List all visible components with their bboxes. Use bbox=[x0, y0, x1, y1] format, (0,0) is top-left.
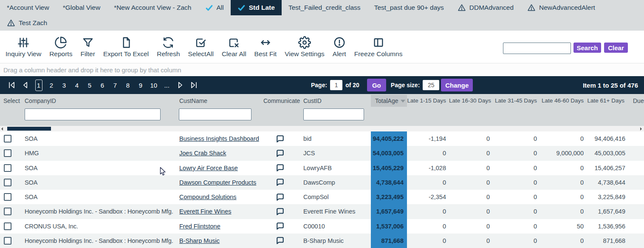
column-header-select[interactable]: Select bbox=[3, 94, 20, 108]
column-header-communicate[interactable]: Communicate bbox=[263, 94, 300, 108]
column-header-late-16-30[interactable]: Late 16-30 Days bbox=[449, 94, 491, 108]
change-button[interactable]: Change bbox=[441, 79, 473, 91]
totalage-cell: 1,657,649 bbox=[371, 204, 407, 219]
group-by-bar[interactable]: Drag a column header and drop it here to… bbox=[0, 63, 644, 76]
tab-all[interactable]: All bbox=[198, 0, 231, 15]
page-number-2[interactable]: 2 bbox=[48, 80, 55, 91]
page-number-5[interactable]: 5 bbox=[86, 80, 93, 91]
tab-new-account-view-zach[interactable]: *New Account View - Zach bbox=[107, 0, 198, 15]
refresh-button[interactable]: Refresh bbox=[157, 36, 180, 58]
tab-std-late[interactable]: Std Late bbox=[231, 0, 282, 15]
toolbar: Inquiry View Reports Filter Export To Ex… bbox=[0, 31, 644, 63]
search-input[interactable] bbox=[503, 43, 571, 54]
late-31-45-cell: 0 bbox=[493, 194, 540, 200]
best-fit-button[interactable]: Best Fit bbox=[254, 36, 277, 58]
page-number-10[interactable]: 10 bbox=[150, 80, 158, 91]
page-number-1[interactable]: 1 bbox=[35, 80, 42, 91]
table-row[interactable]: SOA Dawson Computer Products DawsComp 4,… bbox=[0, 175, 644, 190]
filter-button[interactable]: Filter bbox=[80, 36, 95, 58]
custid-filter-input[interactable] bbox=[303, 108, 364, 120]
row-checkbox[interactable] bbox=[4, 208, 11, 215]
communicate-icon[interactable] bbox=[275, 236, 285, 245]
select-all-button[interactable]: SelectAll bbox=[188, 36, 214, 58]
custname-link[interactable]: B-Sharp Music bbox=[179, 237, 220, 244]
tab-test-past-due-90-days[interactable]: Test_past due 90+ days bbox=[367, 0, 451, 15]
clear-all-button[interactable]: Clear All bbox=[222, 36, 246, 58]
column-header-companyid[interactable]: CompanyID bbox=[25, 94, 56, 108]
page-number-8[interactable]: 8 bbox=[124, 80, 132, 91]
communicate-icon[interactable] bbox=[275, 207, 285, 217]
communicate-icon[interactable] bbox=[275, 134, 285, 144]
export-to-excel-button[interactable]: Export To Excel bbox=[103, 36, 149, 58]
tab-test-failed-credit-class[interactable]: Test_Failed_credit_class bbox=[282, 0, 367, 15]
communicate-icon[interactable] bbox=[275, 163, 285, 173]
view-settings-button[interactable]: View Settings bbox=[285, 36, 325, 58]
next-page-button[interactable] bbox=[175, 80, 186, 91]
tab-test-zach[interactable]: Test Zach bbox=[0, 15, 54, 31]
row-checkbox[interactable] bbox=[4, 237, 11, 245]
page-number-7[interactable]: 7 bbox=[112, 80, 119, 91]
row-checkbox[interactable] bbox=[4, 222, 11, 230]
horizontal-scrollbar[interactable] bbox=[0, 126, 644, 131]
page-number-6[interactable]: 6 bbox=[99, 80, 106, 91]
alert-button[interactable]: Alert bbox=[333, 36, 346, 58]
companyid-filter-input[interactable] bbox=[25, 108, 161, 120]
freeze-columns-button[interactable]: Freeze Columns bbox=[354, 36, 403, 58]
custname-link[interactable]: Compound Solutions bbox=[179, 194, 237, 200]
column-header-late-31-45[interactable]: Late 31-45 Days bbox=[495, 94, 537, 108]
communicate-icon[interactable] bbox=[275, 148, 285, 158]
table-row[interactable]: SOA Business Insights Dashboard bid 94,4… bbox=[0, 131, 644, 146]
row-checkbox[interactable] bbox=[4, 149, 11, 157]
scroll-left-icon[interactable] bbox=[1, 127, 3, 131]
column-header-late-61-plus[interactable]: Late 61+ Days bbox=[588, 94, 624, 108]
row-checkbox[interactable] bbox=[4, 179, 11, 186]
late-61-plus-cell: 1,536,956 bbox=[587, 223, 629, 230]
column-header-late-1-15[interactable]: Late 1-15 Days bbox=[407, 94, 446, 108]
communicate-icon[interactable] bbox=[275, 177, 285, 187]
column-header-custname[interactable]: CustName bbox=[179, 94, 207, 108]
inquiry-view-button[interactable]: Inquiry View bbox=[6, 36, 41, 58]
table-row[interactable]: CRONUS USA, Inc. Fred Flintstone C00010 … bbox=[0, 219, 644, 234]
table-row[interactable]: SOA Lowry Air Force Base LowryAFB 15,405… bbox=[0, 161, 644, 175]
tab-global-view[interactable]: *Global View bbox=[56, 0, 107, 15]
reports-button[interactable]: Reports bbox=[49, 36, 72, 58]
column-header-late-46-60[interactable]: Late 46-60 Days bbox=[542, 94, 584, 108]
scroll-right-icon[interactable] bbox=[640, 127, 642, 131]
page-ellipsis[interactable]: ... bbox=[163, 80, 170, 91]
custid-cell: C00010 bbox=[300, 223, 371, 230]
row-checkbox[interactable] bbox=[4, 135, 11, 143]
custname-link[interactable]: Everett Fine Wines bbox=[179, 208, 232, 215]
column-header-due[interactable]: Due bbox=[633, 94, 644, 108]
page-number-3[interactable]: 3 bbox=[61, 80, 68, 91]
page-number-9[interactable]: 9 bbox=[137, 80, 144, 91]
page-input[interactable] bbox=[330, 80, 342, 90]
communicate-icon[interactable] bbox=[275, 221, 285, 231]
communicate-icon[interactable] bbox=[275, 192, 285, 202]
tab-newadvancedalert[interactable]: NewAdvancedAlert bbox=[520, 0, 602, 15]
custname-link[interactable]: Business Insights Dashboard bbox=[179, 135, 259, 142]
tab-account-view[interactable]: *Account View bbox=[0, 0, 56, 15]
table-row[interactable]: HMG Joes Crab Shack JCS 54,003,005 0 0 0… bbox=[0, 146, 644, 160]
prev-page-button[interactable] bbox=[20, 80, 31, 91]
custname-link[interactable]: Dawson Computer Products bbox=[179, 179, 256, 186]
custname-link[interactable]: Lowry Air Force Base bbox=[179, 165, 238, 171]
column-header-custid[interactable]: CustID bbox=[303, 94, 322, 108]
last-page-button[interactable] bbox=[188, 80, 199, 91]
scrollbar-thumb[interactable] bbox=[7, 127, 51, 131]
first-page-button[interactable] bbox=[6, 80, 17, 91]
go-button[interactable]: Go bbox=[367, 79, 386, 91]
clear-button[interactable]: Clear bbox=[604, 43, 628, 53]
row-checkbox[interactable] bbox=[4, 193, 11, 201]
custname-link[interactable]: Fred Flintstone bbox=[179, 223, 220, 230]
table-row[interactable]: Honeycomb Holdings Inc. - Sandbox : Hone… bbox=[0, 234, 644, 248]
page-size-input[interactable] bbox=[423, 80, 439, 90]
search-button[interactable]: Search bbox=[573, 43, 601, 53]
table-row[interactable]: SOA Compound Solutions CompSol 3,223,495… bbox=[0, 190, 644, 204]
table-row[interactable]: Honeycomb Holdings Inc. - Sandbox : Hone… bbox=[0, 204, 644, 219]
column-header-totalage[interactable]: TotalAge bbox=[371, 95, 407, 107]
page-number-4[interactable]: 4 bbox=[73, 80, 81, 91]
row-checkbox[interactable] bbox=[4, 164, 11, 172]
tab-ddmadvanced[interactable]: DDMAdvanced bbox=[451, 0, 520, 15]
custname-filter-input[interactable] bbox=[179, 108, 251, 120]
custname-link[interactable]: Joes Crab Shack bbox=[179, 150, 226, 157]
